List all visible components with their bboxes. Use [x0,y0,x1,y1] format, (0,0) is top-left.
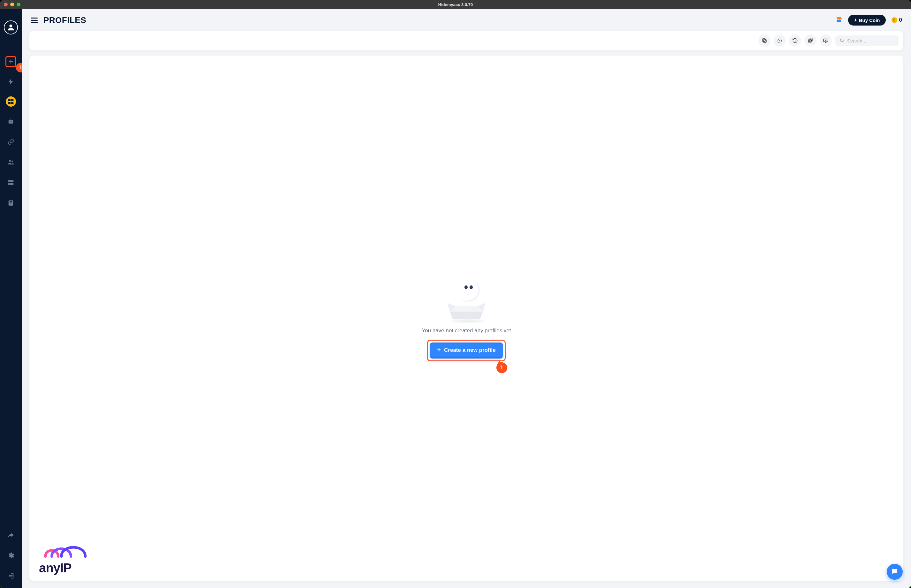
close-window-button[interactable] [4,3,8,6]
svg-marker-16 [450,306,483,312]
sidebar-logout[interactable] [5,570,16,582]
toolbar-screen-button[interactable] [820,34,832,47]
chat-icon [891,568,898,575]
profiles-panel: You have not created any profiles yet + … [29,55,903,581]
screen-icon [823,38,828,44]
create-profile-highlight: + Create a new profile 1 [427,340,505,361]
refresh-icon [807,38,813,44]
user-icon [7,24,15,31]
svg-point-3 [9,160,11,162]
page-header: PROFILES + Buy Coin $ 0 [29,15,903,26]
empty-state-message: You have not created any profiles yet [422,328,511,334]
watermark-text: anyIP [39,561,71,575]
team-icon [7,159,15,166]
box-icon [444,301,489,320]
share-icon [7,531,15,538]
create-profile-label: Create a new profile [444,347,496,354]
svg-rect-11 [762,39,765,42]
annotation-badge-create: 1 [497,362,507,373]
coin-balance-value: 0 [899,17,902,23]
watermark: anyIP [39,540,93,575]
plus-small-icon: + [854,17,857,23]
svg-rect-5 [8,180,14,182]
link-icon [7,138,15,145]
lightning-icon [7,78,15,85]
plus-icon: + [437,346,441,354]
sidebar-team[interactable] [5,157,16,168]
hamburger-menu-button[interactable] [31,18,38,23]
svg-marker-17 [450,312,483,319]
timer-icon [777,38,783,44]
sidebar-extensions[interactable] [5,177,16,188]
svg-point-15 [840,39,843,42]
buy-coin-button[interactable]: + Buy Coin [848,15,885,26]
toolbar-history-button[interactable] [789,34,801,47]
toolbar-duplicate-button[interactable] [758,34,770,47]
logout-icon [7,572,15,579]
sidebar: 1 [0,9,22,588]
plus-icon [7,58,15,65]
coin-icon: $ [892,17,897,23]
copy-icon [762,38,767,44]
main-content: PROFILES + Buy Coin $ 0 [22,9,911,588]
search-icon [840,38,845,43]
svg-point-7 [9,181,10,182]
svg-rect-10 [764,40,766,42]
robot-icon [7,118,15,125]
sidebar-automation[interactable] [5,116,16,127]
svg-point-14 [825,40,826,41]
svg-point-1 [10,121,11,122]
toolbar-timer-button[interactable] [773,34,786,47]
sidebar-add-button[interactable]: 1 [5,56,16,67]
svg-rect-9 [9,200,13,206]
toolbar [29,31,903,50]
svg-rect-6 [8,183,14,185]
svg-point-8 [9,184,10,184]
svg-point-2 [11,121,12,122]
chat-support-button[interactable] [887,564,903,580]
window-title: Hidemyacc 3.0.70 [0,2,911,7]
search-input[interactable] [847,38,892,44]
window-titlebar: Hidemyacc 3.0.70 [0,0,911,9]
sidebar-settings[interactable] [5,550,16,561]
store-icon[interactable] [835,16,842,24]
sidebar-user-icon[interactable] [4,21,18,34]
sidebar-share[interactable] [5,529,16,541]
sidebar-profiles[interactable] [6,96,16,107]
grid-icon [7,98,15,105]
svg-rect-0 [9,120,13,124]
sidebar-proxies[interactable] [5,136,16,147]
toolbar-refresh-button[interactable] [804,34,816,47]
svg-rect-13 [824,39,828,42]
anyip-logo-icon [39,540,93,563]
history-icon [792,38,798,44]
page-title: PROFILES [44,15,86,25]
server-icon [7,179,15,186]
sidebar-storage[interactable] [5,197,16,209]
create-profile-button[interactable]: + Create a new profile [430,342,502,359]
gear-icon [7,552,15,559]
empty-state-illustration [438,275,495,323]
ghost-icon [455,278,480,302]
sidebar-lightning[interactable] [5,76,16,87]
svg-point-4 [11,161,13,162]
minimize-window-button[interactable] [10,3,14,6]
maximize-window-button[interactable] [16,3,21,6]
search-field[interactable] [835,36,899,46]
traffic-lights [0,3,21,6]
storage-icon [7,200,15,207]
coin-balance: $ 0 [892,17,902,23]
buy-coin-label: Buy Coin [859,18,880,23]
